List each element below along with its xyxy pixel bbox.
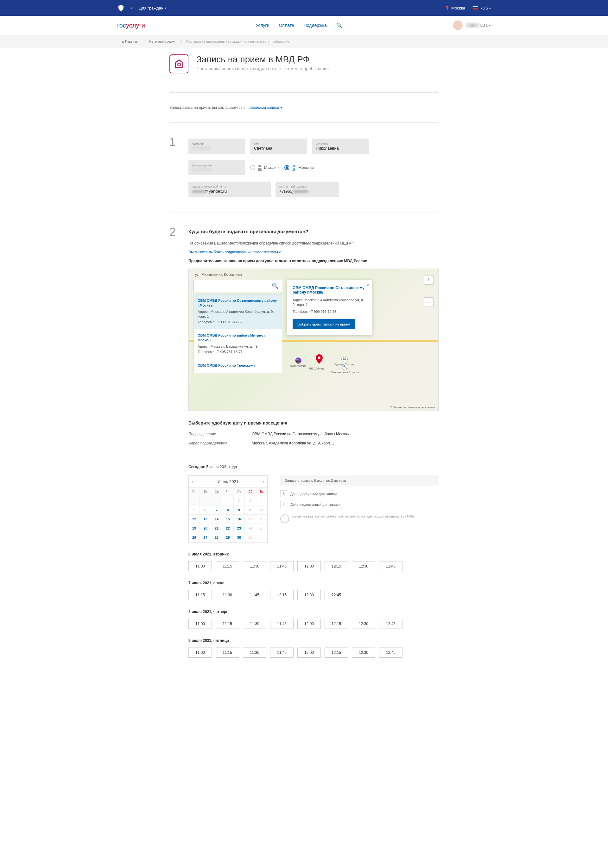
cal-day-27[interactable]: 27 <box>200 533 211 542</box>
clock-icon <box>280 515 289 523</box>
slot-2-1200[interactable]: 12:00 <box>297 619 321 629</box>
cal-day-26[interactable]: 26 <box>189 533 200 542</box>
slot-1-1115[interactable]: 11:15 <box>188 590 212 600</box>
map-street-label: ул. Академика Королёва <box>195 272 242 277</box>
nav-services[interactable]: Услуги <box>255 23 269 28</box>
slot-1-1130[interactable]: 11:30 <box>216 590 239 600</box>
slot-3-1200[interactable]: 12:00 <box>297 648 321 658</box>
gender-male[interactable]: Мужской <box>250 164 280 171</box>
map-item-1[interactable]: ОВМ ОМВД России по району Митино г. Моск… <box>193 329 282 360</box>
slot-0-1100[interactable]: 11:00 <box>188 561 212 571</box>
bc-categories[interactable]: Категории услуг <box>145 40 180 43</box>
poi-eng: 🔧Инженерная Служба <box>331 364 359 374</box>
slot-2-1115[interactable]: 11:15 <box>216 619 239 629</box>
zoom-in-button[interactable]: + <box>424 275 434 285</box>
map-item-2[interactable]: ОВМ ОМВД России по Тверскому <box>193 360 282 373</box>
cal-day-15[interactable]: 15 <box>222 515 233 524</box>
cal-day-1: 1 <box>222 496 233 505</box>
cal-day-8[interactable]: 8 <box>222 505 233 515</box>
nav-support[interactable]: Поддержка <box>304 23 327 28</box>
slot-3-1115[interactable]: 11:15 <box>216 648 239 658</box>
slot-1-1245[interactable]: 12:45 <box>325 590 348 600</box>
step-2-number: 2 <box>169 226 179 658</box>
flag-icon <box>473 6 478 9</box>
user-menu[interactable]: xx С.Н. ▾ <box>453 20 491 30</box>
poi-reso: РЕСО-Мед <box>309 367 323 370</box>
bc-home[interactable]: ⌂Главная <box>117 40 143 43</box>
slot-0-1200[interactable]: 12:00 <box>297 561 321 571</box>
cal-day-16[interactable]: 16 <box>234 515 245 524</box>
slot-2-1130[interactable]: 11:30 <box>243 619 266 629</box>
zoom-out-button[interactable]: − <box>424 298 434 307</box>
citizens-dropdown[interactable]: Для граждан▾ <box>139 6 166 11</box>
slot-3-1215[interactable]: 12:15 <box>325 648 348 658</box>
slot-3-1145[interactable]: 11:45 <box>270 648 294 658</box>
cal-day-14[interactable]: 14 <box>211 515 222 524</box>
search-icon[interactable]: 🔍 <box>336 22 343 28</box>
emblem-chevron-icon[interactable]: ▾ <box>131 6 133 10</box>
close-icon[interactable]: × <box>366 282 369 288</box>
cal-day-28[interactable]: 28 <box>211 533 222 542</box>
slot-2-1215[interactable]: 12:15 <box>325 619 348 629</box>
slot-0-1215[interactable]: 12:15 <box>325 561 348 571</box>
map[interactable]: ул. Академика Королёва 🔍 ОВМ ОМВД России… <box>188 268 439 411</box>
cal-day-10: 10 <box>245 505 256 515</box>
phone-field: Контактный телефон+7(965)xxxxxxx <box>275 181 339 197</box>
tz-note: Вы записываетесь на прием в том часовом … <box>280 515 439 523</box>
nav-payment[interactable]: Оплата <box>279 23 294 28</box>
gender-female[interactable]: Женский <box>285 164 314 171</box>
terms-text: Записываясь на прием, вы соглашаетесь с … <box>169 105 439 110</box>
cal-day-20[interactable]: 20 <box>200 524 211 533</box>
slot-3-1245[interactable]: 12:45 <box>379 648 403 658</box>
map-item-0[interactable]: ОВМ ОМВД России по Останкинскому району … <box>193 294 282 329</box>
cal-day-30[interactable]: 30 <box>234 533 245 542</box>
day-title-0: 6 июля 2021, вторник <box>188 552 439 556</box>
choose-time-heading: Выберите удобную дату и время посещения <box>188 420 439 425</box>
cal-day-5: 5 <box>189 505 200 515</box>
cal-day-13[interactable]: 13 <box>200 515 211 524</box>
cal-day-4: 4 <box>256 496 267 505</box>
slot-0-1130[interactable]: 11:30 <box>243 561 266 571</box>
slot-2-1100[interactable]: 11:00 <box>188 619 212 629</box>
cal-day-19[interactable]: 19 <box>189 524 200 533</box>
slot-2-1145[interactable]: 11:45 <box>270 619 294 629</box>
slot-1-1230[interactable]: 12:30 <box>297 590 321 600</box>
cal-day-25: 25 <box>256 524 267 533</box>
svg-point-2 <box>292 165 295 167</box>
email-field: Адрес электронной почтыxxxxxx@yandex.ru <box>188 181 271 197</box>
step-2-title: Куда вы будете подавать оригиналы докуме… <box>188 229 439 234</box>
terms-link[interactable]: правилами записи <box>246 105 279 110</box>
cal-next[interactable]: › <box>263 479 264 484</box>
slot-2-1245[interactable]: 12:45 <box>379 619 403 629</box>
slot-3-1100[interactable]: 11:00 <box>188 648 212 658</box>
slot-0-1245[interactable]: 12:45 <box>379 561 403 571</box>
cal-day-21[interactable]: 21 <box>211 524 222 533</box>
cal-day-3: 3 <box>245 496 256 505</box>
cal-day-12[interactable]: 12 <box>189 515 200 524</box>
cal-day-7[interactable]: 7 <box>211 505 222 515</box>
slot-3-1230[interactable]: 12:30 <box>352 648 375 658</box>
cal-day-22[interactable]: 22 <box>222 524 233 533</box>
slot-2-1230[interactable]: 12:30 <box>352 619 375 629</box>
cal-day-23[interactable]: 23 <box>234 524 245 533</box>
slot-1-1145[interactable]: 11:45 <box>243 590 266 600</box>
cal-day-6[interactable]: 6 <box>200 505 211 515</box>
slot-0-1115[interactable]: 11:15 <box>216 561 239 571</box>
cal-day-9[interactable]: 9 <box>234 505 245 515</box>
select-time-button[interactable]: Выбрать время записи на прием <box>292 319 355 329</box>
logo[interactable]: госуслуги <box>117 22 145 29</box>
bc-current: Постановка иностранных граждан на учет п… <box>182 40 295 43</box>
lang-selector[interactable]: RUS ▾ <box>473 6 491 11</box>
map-search-input[interactable]: 🔍 <box>193 280 282 292</box>
cal-day-24: 24 <box>245 524 256 533</box>
slot-1-1215[interactable]: 12:15 <box>270 590 294 600</box>
cal-day-29[interactable]: 29 <box>222 533 233 542</box>
location-selector[interactable]: 📍 Москва <box>445 5 465 11</box>
breadcrumb: ⌂Главная Категории услуг Постановка инос… <box>0 35 608 48</box>
slot-0-1145[interactable]: 11:45 <box>270 561 294 571</box>
avatar <box>453 20 463 30</box>
slot-0-1230[interactable]: 12:30 <box>352 561 375 571</box>
slot-3-1130[interactable]: 11:30 <box>243 648 266 658</box>
choose-manual-link[interactable]: Вы можете выбрать подразделение самостоя… <box>188 250 281 254</box>
cal-prev[interactable]: ‹ <box>192 479 193 484</box>
